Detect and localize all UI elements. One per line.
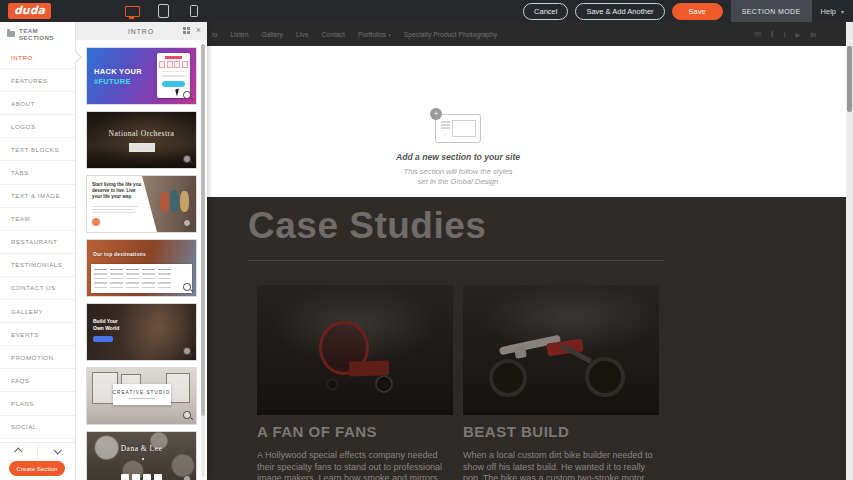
zoom-preview-icon[interactable] — [183, 475, 193, 480]
sidebar-item-text-blocks[interactable]: TEXT BLOCKS — [0, 138, 75, 161]
tablet-preview-button[interactable] — [153, 0, 173, 22]
nav-item-partial[interactable]: io — [212, 31, 217, 38]
thumbnail-caption: National Orchestra — [87, 129, 196, 138]
sidebar-item-label: TESTIMONIALS — [11, 261, 62, 268]
sidebar-item-logos[interactable]: LOGOS — [0, 115, 75, 138]
thumbnail-national-orchestra[interactable]: National Orchestra — [86, 111, 197, 169]
device-preview-switcher — [122, 0, 204, 22]
sidebar-item-restaurant[interactable]: RESTAURANT — [0, 231, 75, 254]
sidebar-footer: Create Section — [0, 442, 75, 480]
case-study-title: BEAST BUILD — [463, 423, 659, 440]
nav-item-listen[interactable]: Listen — [230, 31, 248, 38]
thumbnail-top-destinations[interactable]: Our top destinations — [86, 239, 197, 297]
sidebar-item-testimonials[interactable]: TESTIMONIALS — [0, 254, 75, 277]
sidebar-item-faqs[interactable]: FAQS — [0, 369, 75, 392]
site-preview-canvas: io Listen Gallery Live Contact Portfolio… — [207, 22, 846, 480]
dirt-bike-photo — [463, 285, 659, 415]
zoom-preview-icon[interactable] — [183, 283, 193, 293]
placeholder-title: Add a new section to your site — [373, 152, 543, 162]
linkedin-icon[interactable]: in — [810, 31, 816, 38]
sidebar-item-label: FAQS — [11, 377, 30, 384]
twitter-icon[interactable]: t — [784, 30, 786, 39]
sidebar-item-label: RESTAURANT — [11, 238, 57, 245]
canvas-scrollbar-thumb[interactable] — [847, 46, 852, 112]
save-add-another-button[interactable]: Save & Add Another — [575, 3, 664, 20]
zoom-preview-icon[interactable] — [183, 219, 193, 229]
sidebar-item-social[interactable]: SOCIAL — [0, 416, 75, 439]
nav-item-label: Portfolios — [358, 31, 386, 38]
case-study-title: A FAN OF FANS — [257, 423, 453, 440]
thumbnail-build-your-own-world[interactable]: Build Your Own World — [86, 303, 197, 361]
sidebar-item-label: PLANS — [11, 400, 34, 407]
sections-sidebar: TEAM SECTIONS INTRO FEATURES ABOUT LOGOS… — [0, 22, 76, 480]
sidebar-item-plans[interactable]: PLANS — [0, 392, 75, 415]
nav-item-gallery[interactable]: Gallery — [261, 31, 283, 38]
sidebar-item-team[interactable]: TEAM — [0, 208, 75, 231]
thumbnail-caption: CREATIVE STUDIO — [113, 390, 171, 395]
help-label: Help — [821, 7, 836, 16]
sidebar-item-promotion[interactable]: PROMOTION — [0, 346, 75, 369]
sidebar-item-events[interactable]: EVENTS — [0, 323, 75, 346]
sidebar-item-features[interactable]: FEATURES — [0, 69, 75, 92]
panel-scrollbar — [201, 44, 205, 477]
thumbnail-caption: Our top destinations — [93, 252, 146, 257]
facebook-icon[interactable]: f — [771, 30, 774, 39]
sidebar-item-label: GALLERY — [11, 308, 43, 315]
youtube-icon[interactable]: ▶ — [796, 31, 801, 38]
section-heading: Case Studies — [207, 197, 846, 247]
table-preview — [91, 264, 192, 293]
sidebar-item-label: TEXT BLOCKS — [11, 146, 59, 153]
thumbnail-hack-your-future[interactable]: HACK YOUR #FUTURE — [86, 47, 197, 105]
cancel-button[interactable]: Cancel — [523, 3, 568, 20]
scroll-down-button[interactable] — [38, 443, 75, 459]
nav-item-contact[interactable]: Contact — [321, 31, 344, 38]
duda-logo: duda — [8, 3, 51, 19]
panel-header: INTRO × — [75, 22, 207, 40]
card-preview: CREATIVE STUDIO — [113, 384, 171, 405]
thumbnail-creative-studio[interactable]: CREATIVE STUDIO — [86, 367, 197, 425]
zoom-preview-icon[interactable] — [183, 91, 193, 101]
sidebar-item-text-and-image[interactable]: TEXT & IMAGE — [0, 185, 75, 208]
close-icon[interactable]: × — [196, 25, 202, 36]
sidebar-item-label: CONTACT US — [11, 284, 56, 291]
nav-item-live[interactable]: Live — [296, 31, 308, 38]
new-section-dropzone[interactable]: + Add a new section to your site This se… — [207, 46, 846, 197]
folder-icon — [7, 31, 15, 37]
section-mode-badge: SECTION MODE — [731, 0, 812, 22]
desktop-icon — [125, 6, 140, 17]
nav-item-portfolios[interactable]: Portfolios▾ — [358, 31, 391, 38]
thumbnail-live-your-way[interactable]: Start living the life you deserve to liv… — [86, 175, 197, 233]
zoom-preview-icon[interactable] — [183, 411, 193, 421]
thumbnail-caption: Build Your Own World — [93, 318, 123, 331]
help-menu[interactable]: Help ▾ — [812, 7, 853, 16]
sidebar-item-about[interactable]: ABOUT — [0, 92, 75, 115]
topbar-actions: Cancel Save & Add Another Save SECTION M… — [523, 0, 853, 22]
sidebar-item-intro[interactable]: INTRO — [0, 46, 75, 69]
zoom-preview-icon[interactable] — [183, 155, 193, 165]
scroll-up-button[interactable] — [0, 443, 38, 459]
thumbnail-dana-and-lee[interactable]: Dana & Lee — [86, 431, 197, 480]
sidebar-item-label: SOCIAL — [11, 423, 37, 430]
sidebar-header-label: TEAM SECTIONS — [19, 27, 75, 41]
sidebar-header: TEAM SECTIONS — [0, 22, 75, 46]
sidebar-item-contact-us[interactable]: CONTACT US — [0, 277, 75, 300]
placeholder-subtitle: This section will follow the styles set … — [373, 167, 543, 187]
save-button[interactable]: Save — [672, 3, 723, 20]
zoom-preview-icon[interactable] — [183, 347, 193, 357]
mobile-preview-button[interactable] — [184, 0, 204, 22]
email-icon[interactable]: ✉ — [755, 30, 761, 39]
case-study-card: A FAN OF FANS A Hollywood special effect… — [257, 285, 453, 480]
editor-topbar: duda Cancel Save & Add Another Save SECT… — [0, 0, 853, 22]
create-section-button[interactable]: Create Section — [9, 461, 65, 476]
grid-view-icon[interactable] — [183, 27, 190, 34]
sidebar-item-tabs[interactable]: TABS — [0, 161, 75, 184]
fan-machine-photo — [257, 285, 453, 415]
sidebar-item-gallery[interactable]: GALLERY — [0, 300, 75, 323]
desktop-preview-button[interactable] — [122, 0, 142, 22]
panel-scrollbar-thumb[interactable] — [201, 44, 205, 416]
site-navbar: io Listen Gallery Live Contact Portfolio… — [207, 22, 846, 46]
sidebar-item-label: ABOUT — [11, 100, 35, 107]
nav-item-specialty-product-photography[interactable]: Specialty Product Photography — [404, 31, 497, 38]
case-studies-section: Case Studies A FAN OF FANS A Hollywood s… — [207, 197, 846, 480]
thumbnail-list: HACK YOUR #FUTURE National Orchestra Sta… — [86, 47, 197, 480]
